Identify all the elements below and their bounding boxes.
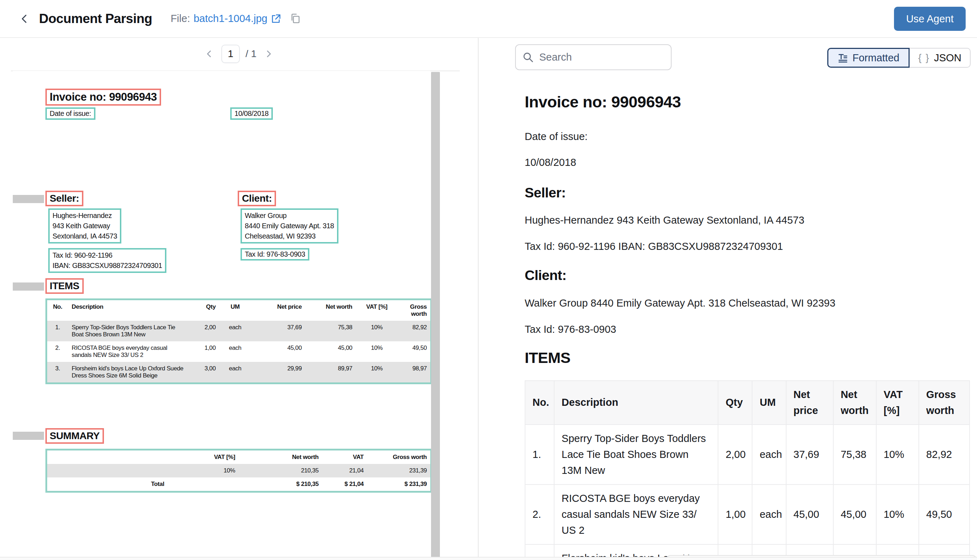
doc-col-header: No. [47,300,68,321]
result-col-header: VAT [%] [876,381,919,425]
json-label: JSON [934,52,961,64]
result-col-header: Qty [718,381,752,425]
doc-item-row: 3. Florsheim kid's boys Lace Up Oxford S… [47,362,430,382]
search-box[interactable] [515,44,672,70]
result-cell: 45,00 [833,485,876,544]
client-address-line: Walker Group [245,210,334,221]
doc-col-header: Qty [187,300,219,321]
document-viewer-panel: 1 / 1 Invoice no: 99096943 Date of issue… [0,38,478,560]
redaction-bar [13,432,44,440]
result-client-tax-text: Tax Id: 976-83-0903 [525,323,616,335]
doc-sum-header [47,450,168,464]
doc-item-row: 2. RICOSTA BGE boys everyday casual sand… [47,341,430,362]
file-link[interactable]: batch1-1004.jpg [194,13,281,25]
doc-date-label-annotation[interactable]: Date of issue: [45,107,95,120]
doc-cell: 45,00 [305,341,356,362]
external-link-icon [270,13,281,24]
doc-cell: 37,69 [251,321,305,341]
copy-button[interactable] [289,13,301,25]
result-col-header: Net worth [833,381,876,425]
file-label: File: [171,13,190,25]
prev-page-button[interactable] [203,47,216,60]
back-button[interactable] [17,11,33,27]
doc-seller-tax-annotation[interactable]: Tax Id: 960-92-1196 IBAN: GB83CSXU988723… [48,248,166,273]
result-cell: 75,38 [833,425,876,485]
doc-seller-label-annotation[interactable]: Seller: [45,191,84,206]
parsed-result-panel: Formatted { } JSON Invoice no: 99096943 … [478,38,977,560]
doc-cell: 1,00 [187,341,219,362]
use-agent-button[interactable]: Use Agent [894,7,966,31]
doc-seller-address-annotation[interactable]: Hughes-Hernandez 943 Keith Gateway Sexto… [48,208,121,243]
result-items-heading: ITEMS [525,349,570,367]
client-address-line: 8440 Emily Gateway Apt. 318 [245,221,334,231]
result-cell: each [752,485,786,544]
seller-tax-line: IBAN: GB83CSXU98872324709301 [52,260,162,271]
result-cell: 10% [876,425,919,485]
page-total: / 1 [246,48,256,60]
formatted-label: Formatted [853,52,899,64]
redaction-bar [13,282,44,291]
doc-cell [168,477,239,491]
doc-invoice-no-annotation[interactable]: Invoice no: 99096943 [45,88,161,106]
seller-address-line: Hughes-Hernandez [52,210,117,221]
result-client-heading: Client: [525,268,567,283]
doc-col-header: VAT [%] [356,300,398,321]
doc-summary-table: VAT [%] Net worth VAT Gross worth 10% 21… [47,450,430,491]
result-col-header: Net price [786,381,833,425]
doc-cell: 10% [168,464,239,477]
result-cell: 1. [525,425,554,485]
next-page-button[interactable] [262,47,275,60]
doc-cell: 98,97 [398,362,430,382]
result-seller-heading: Seller: [525,185,566,201]
current-page-input[interactable]: 1 [221,45,240,63]
doc-items-table: No. Description Qty UM Net price Net wor… [47,300,430,382]
doc-cell: $ 21,04 [322,477,367,491]
doc-cell: 29,99 [251,362,305,382]
result-table-row: 2. RICOSTA BGE boys everyday casual sand… [525,485,970,544]
doc-client-tax-annotation[interactable]: Tax Id: 976-83-0903 [241,248,309,260]
result-cell: 49,50 [919,485,970,544]
doc-cell: 10% [356,321,398,341]
result-table-row: 1. Sperry Top-Sider Boys Toddlers Lace T… [525,425,970,485]
doc-cell: Florsheim kid's boys Lace Up Oxford Sued… [68,362,187,382]
formatted-tab[interactable]: Formatted [827,48,910,68]
doc-cell: $ 231,39 [367,477,430,491]
result-cell: RICOSTA BGE boys everyday casual sandals… [554,485,718,544]
doc-cell: 82,92 [398,321,430,341]
result-cell: 2. [525,485,554,544]
doc-summary-total-row: Total $ 210,35 $ 21,04 $ 231,39 [47,477,430,491]
json-tab[interactable]: { } JSON [910,48,970,68]
document-scrollbar[interactable] [431,72,440,558]
result-cell: 1,00 [718,485,752,544]
doc-cell: 2,00 [187,321,219,341]
doc-cell: Sperry Top-Sider Boys Toddlers Lace Tie … [68,321,187,341]
redaction-bar [13,195,44,203]
doc-summary-table-annotation[interactable]: VAT [%] Net worth VAT Gross worth 10% 21… [45,449,432,493]
doc-summary-label-annotation[interactable]: SUMMARY [45,428,104,444]
doc-cell: 10% [356,362,398,382]
search-input[interactable] [539,52,664,63]
doc-client-label-annotation[interactable]: Client: [238,191,276,206]
client-address-line: Chelseastad, WI 92393 [245,231,334,242]
doc-items-table-annotation[interactable]: No. Description Qty UM Net price Net wor… [45,298,432,384]
doc-cell: 231,39 [367,464,430,477]
copy-icon [289,13,301,25]
result-cell: each [752,425,786,485]
doc-cell: 75,38 [305,321,356,341]
doc-date-value-annotation[interactable]: 10/08/2018 [230,107,273,120]
doc-items-label-annotation[interactable]: ITEMS [45,278,84,294]
result-table-header-row: No. Description Qty UM Net price Net wor… [525,381,970,425]
doc-col-header: Gross worth [398,300,430,321]
result-date-label: Date of issue: [525,131,587,142]
result-cell: Sperry Top-Sider Boys Toddlers Lace Tie … [554,425,718,485]
app-root: Document Parsing File: batch1-1004.jpg [0,0,977,560]
doc-col-header: Net worth [305,300,356,321]
doc-col-header: UM [219,300,251,321]
doc-client-address-annotation[interactable]: Walker Group 8440 Emily Gateway Apt. 318… [241,208,338,243]
doc-cell: 45,00 [251,341,305,362]
doc-cell: $ 210,35 [239,477,322,491]
doc-sum-header: VAT [%] [168,450,239,464]
doc-item-row: 1. Sperry Top-Sider Boys Toddlers Lace T… [47,321,430,341]
doc-summary-row: 10% 210,35 21,04 231,39 [47,464,430,477]
doc-cell: 3,00 [187,362,219,382]
